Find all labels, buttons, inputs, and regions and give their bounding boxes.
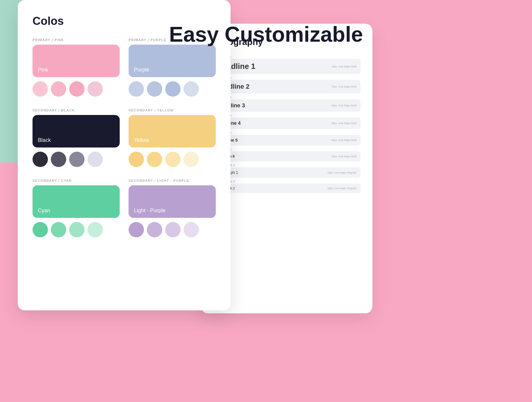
swatch-light-purple: Light - Purple <box>129 185 216 218</box>
color-label-black: SECONDARY / BLACK <box>33 108 120 112</box>
typography-rows: HEADLINE 1 Headline 1 Maz. Ana Maps Bold… <box>213 55 361 193</box>
type-spec-p1: 18px. Ana Maps Regular <box>327 171 356 174</box>
color-section-pink: PRIMARY / PINK Pink <box>33 38 120 97</box>
swatch-cyan: Cyan <box>33 185 120 218</box>
black-dots <box>33 152 120 167</box>
black-dot-3 <box>69 152 85 167</box>
swatch-purple-label: Purple <box>134 67 149 73</box>
type-content-h3: Headline 3 56px. Ana Maps Bold <box>213 99 361 112</box>
purple-dots <box>129 81 216 97</box>
title-underline <box>195 52 337 53</box>
yellow-dot-4 <box>184 152 199 167</box>
type-row-p2: PARAGRAPH 2 Paragraph 2 16px. Ana Maps R… <box>213 180 361 193</box>
type-content-h5: Headline 5 36px. Ana Maps Bold <box>213 135 361 145</box>
type-label-h6: HEADLINE 6 <box>213 148 361 151</box>
yellow-dot-1 <box>129 152 144 167</box>
pink-dot-4 <box>87 81 103 97</box>
color-label-pink: PRIMARY / PINK <box>33 38 120 42</box>
swatch-cyan-label: Cyan <box>38 208 50 214</box>
type-spec-h3: 56px. Ana Maps Bold <box>331 104 356 107</box>
purple-dot-3 <box>165 81 181 97</box>
lpurple-dot-3 <box>165 222 181 237</box>
cyan-dot-3 <box>69 222 85 237</box>
type-row-h4: HEADLINE 4 Headline 4 48px. Ana Maps Bol… <box>213 114 361 129</box>
cyan-dot-2 <box>51 222 66 237</box>
light-purple-dots <box>129 222 216 237</box>
lpurple-dot-4 <box>184 222 199 237</box>
yellow-dot-2 <box>147 152 162 167</box>
swatch-pink: Pink <box>33 45 120 77</box>
pink-dot-2 <box>51 81 66 97</box>
type-spec-h2: 72px. Ana Maps Bold <box>331 85 356 88</box>
cyan-dot-1 <box>33 222 48 237</box>
type-row-h5: HEADLINE 5 Headline 5 36px. Ana Maps Bol… <box>213 131 361 145</box>
type-spec-h4: 48px. Ana Maps Bold <box>331 122 356 125</box>
color-section-cyan: SECONDARY / CYAN Cyan <box>33 179 120 237</box>
black-dot-4 <box>87 152 103 167</box>
color-section-yellow: SECONDARY / YELLOW Yellow <box>129 108 216 167</box>
swatch-light-purple-label: Light - Purple <box>134 208 166 214</box>
type-label-h5: HEADLINE 5 <box>213 131 361 134</box>
cyan-dot-4 <box>87 222 103 237</box>
cyan-dots <box>33 222 120 237</box>
type-content-h2: Headline 2 72px. Ana Maps Bold <box>213 80 361 93</box>
color-section-black: SECONDARY / BLACK Black <box>33 108 120 167</box>
type-row-h6: HEADLINE 6 Headline 6 24px. Ana Maps Bol… <box>213 148 361 161</box>
yellow-dots <box>129 152 216 167</box>
black-dot-2 <box>51 152 66 167</box>
type-row-p1: PARAGRAPH 1 Paragraph 1 18px. Ana Maps R… <box>213 164 361 178</box>
color-grid: PRIMARY / PINK Pink PRIMARY / PURPLE Pur… <box>33 38 216 237</box>
type-spec-h1: Maz. Ana Maps Bold <box>332 65 356 68</box>
purple-dot-4 <box>184 81 199 97</box>
purple-dot-1 <box>129 81 144 97</box>
type-spec-h5: 36px. Ana Maps Bold <box>331 139 356 142</box>
type-label-h4: HEADLINE 4 <box>213 114 361 117</box>
type-content-h6: Headline 6 24px. Ana Maps Bold <box>213 151 361 161</box>
colors-card: Colos PRIMARY / PINK Pink PRIMARY / PURP… <box>18 0 231 310</box>
pink-dots <box>33 81 120 97</box>
type-label-h3: HEADLINE 3 <box>213 96 361 99</box>
type-label-p2: PARAGRAPH 2 <box>213 180 361 183</box>
lpurple-dot-2 <box>147 222 162 237</box>
color-label-yellow: SECONDARY / YELLOW <box>129 108 216 112</box>
lpurple-dot-1 <box>129 222 144 237</box>
swatch-purple: Purple <box>129 45 216 77</box>
swatch-black-label: Black <box>38 137 51 143</box>
black-dot-1 <box>33 152 48 167</box>
color-section-purple: PRIMARY / PURPLE Purple <box>129 38 216 97</box>
type-row-h3: HEADLINE 3 Headline 3 56px. Ana Maps Bol… <box>213 96 361 112</box>
type-content-h1: Headline 1 Maz. Ana Maps Bold <box>213 59 361 74</box>
purple-dot-2 <box>147 81 162 97</box>
pink-dot-3 <box>69 81 85 97</box>
swatch-yellow: Yellow <box>129 115 216 147</box>
color-label-cyan: SECONDARY / CYAN <box>33 179 120 182</box>
swatch-yellow-label: Yellow <box>134 137 149 143</box>
color-section-light-purple: SECONDARY / LIGHT - PURPLE Light - Purpl… <box>129 179 216 237</box>
type-spec-h6: 24px. Ana Maps Bold <box>331 155 356 158</box>
type-row-h1: HEADLINE 1 Headline 1 Maz. Ana Maps Bold <box>213 55 361 74</box>
color-label-light-purple: SECONDARY / LIGHT - PURPLE <box>129 179 216 182</box>
type-spec-p2: 16px. Ana Maps Regular <box>327 187 356 190</box>
swatch-pink-label: Pink <box>38 67 48 73</box>
swatch-black: Black <box>33 115 120 147</box>
type-content-p2: Paragraph 2 16px. Ana Maps Regular <box>213 184 361 193</box>
type-content-p1: Paragraph 1 18px. Ana Maps Regular <box>213 167 361 178</box>
page-title: Easy Customizable <box>169 22 363 46</box>
type-content-h4: Headline 4 48px. Ana Maps Bold <box>213 118 361 129</box>
type-row-h2: HEADLINE 2 Headline 2 72px. Ana Maps Bol… <box>213 76 361 93</box>
yellow-dot-3 <box>165 152 181 167</box>
pink-dot-1 <box>33 81 48 97</box>
type-label-h2: HEADLINE 2 <box>213 76 361 79</box>
type-label-p1: PARAGRAPH 1 <box>213 164 361 167</box>
